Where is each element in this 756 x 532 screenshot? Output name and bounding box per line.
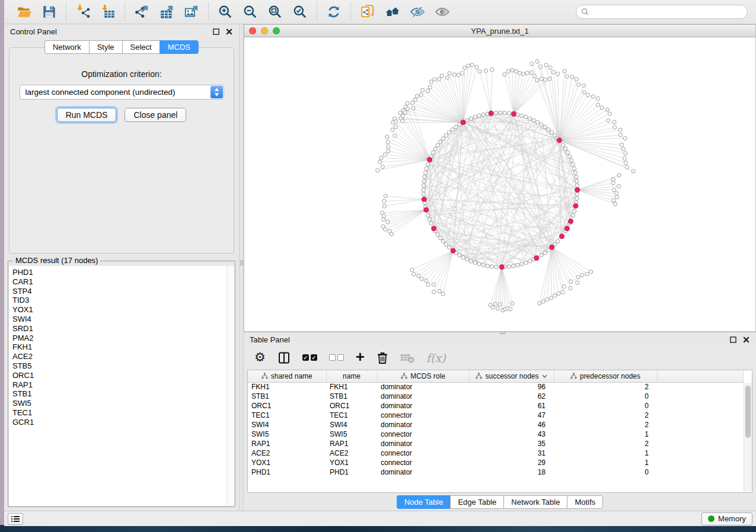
network-node[interactable]	[547, 128, 550, 132]
network-node[interactable]	[499, 303, 502, 306]
network-node[interactable]	[429, 222, 433, 225]
network-node[interactable]	[439, 236, 442, 240]
network-node[interactable]	[532, 74, 536, 78]
network-node[interactable]	[620, 143, 624, 146]
mcds-node[interactable]	[512, 111, 516, 116]
network-node[interactable]	[379, 156, 383, 159]
network-node[interactable]	[444, 243, 448, 246]
network-node[interactable]	[524, 261, 528, 264]
network-node[interactable]	[570, 159, 573, 162]
network-node[interactable]	[424, 278, 428, 282]
float-panel-icon[interactable]	[212, 28, 220, 36]
network-node[interactable]	[631, 169, 635, 173]
network-node[interactable]	[406, 101, 409, 105]
network-node[interactable]	[507, 265, 511, 268]
network-node[interactable]	[484, 69, 487, 72]
network-node[interactable]	[617, 184, 621, 188]
network-node[interactable]	[451, 128, 454, 132]
network-node[interactable]	[561, 290, 564, 294]
network-node[interactable]	[412, 107, 415, 110]
network-node[interactable]	[406, 107, 409, 111]
network-node[interactable]	[429, 80, 433, 84]
tab-style[interactable]: Style	[89, 40, 122, 54]
network-node[interactable]	[571, 213, 575, 217]
network-node[interactable]	[481, 263, 485, 267]
network-node[interactable]	[568, 155, 572, 158]
mcds-node[interactable]	[461, 120, 465, 125]
network-node[interactable]	[426, 283, 430, 286]
network-node[interactable]	[477, 114, 481, 117]
zoom-selected-icon[interactable]	[292, 4, 308, 20]
toggle-panel-columns-icon[interactable]	[277, 350, 291, 366]
mcds-node[interactable]	[534, 256, 539, 261]
table-scrollbar[interactable]	[744, 383, 752, 492]
network-node[interactable]	[490, 68, 494, 71]
network-node[interactable]	[573, 209, 576, 213]
network-node[interactable]	[400, 119, 404, 123]
network-node[interactable]	[556, 239, 560, 243]
network-node[interactable]	[376, 168, 379, 172]
mcds-node[interactable]	[424, 207, 429, 212]
network-node[interactable]	[403, 111, 407, 114]
network-node[interactable]	[386, 220, 390, 223]
tab-network-table[interactable]: Network Table	[503, 495, 567, 509]
network-node[interactable]	[481, 113, 485, 116]
network-node[interactable]	[436, 233, 439, 236]
network-node[interactable]	[577, 83, 580, 86]
network-node[interactable]	[433, 78, 436, 81]
close-panel-icon[interactable]	[225, 28, 233, 36]
network-node[interactable]	[412, 273, 416, 276]
network-node[interactable]	[520, 262, 524, 266]
network-node[interactable]	[539, 65, 543, 68]
network-node[interactable]	[384, 194, 387, 198]
network-node[interactable]	[441, 239, 445, 243]
network-node[interactable]	[608, 112, 611, 116]
table-row[interactable]: TEC1TEC1connector472	[248, 411, 744, 420]
network-node[interactable]	[551, 70, 555, 74]
mcds-result-item[interactable]: SWI5	[12, 399, 234, 408]
network-node[interactable]	[573, 171, 577, 174]
table-row[interactable]: STB1STB1dominator620	[248, 392, 744, 401]
network-node[interactable]	[543, 125, 547, 129]
network-node[interactable]	[410, 268, 414, 271]
network-node[interactable]	[470, 63, 474, 66]
network-node[interactable]	[495, 265, 498, 268]
network-node[interactable]	[613, 126, 617, 129]
network-window-titlebar[interactable]: YPA_prune.txt_1	[244, 24, 756, 37]
close-table-panel-icon[interactable]	[742, 336, 750, 344]
network-node[interactable]	[576, 275, 580, 279]
mcds-result-item[interactable]: STP4	[12, 287, 234, 296]
float-table-panel-icon[interactable]	[729, 336, 737, 344]
network-node[interactable]	[393, 134, 397, 137]
network-node[interactable]	[580, 274, 584, 277]
table-row[interactable]: ACE2ACE2connector311	[248, 448, 744, 458]
network-node[interactable]	[419, 93, 423, 97]
tab-select[interactable]: Select	[122, 40, 160, 54]
mcds-list-scrollbar[interactable]	[227, 266, 234, 506]
network-node[interactable]	[465, 258, 469, 261]
tab-edge-table[interactable]: Edge Table	[450, 495, 503, 509]
network-node[interactable]	[386, 140, 390, 143]
column-header-successor-nodes[interactable]: successor nodes	[469, 370, 554, 382]
network-node[interactable]	[454, 125, 458, 129]
mcds-result-item[interactable]: STB5	[12, 361, 234, 371]
network-node[interactable]	[605, 108, 609, 111]
network-node[interactable]	[469, 117, 473, 120]
network-node[interactable]	[562, 143, 565, 147]
network-node[interactable]	[490, 265, 493, 268]
network-node[interactable]	[532, 118, 535, 122]
network-node[interactable]	[530, 62, 534, 66]
network-node[interactable]	[394, 125, 398, 129]
network-node[interactable]	[621, 148, 625, 151]
column-header-name[interactable]: name	[326, 370, 377, 382]
network-node[interactable]	[625, 165, 629, 169]
network-node[interactable]	[382, 204, 386, 208]
network-node[interactable]	[428, 217, 431, 221]
network-node[interactable]	[553, 294, 557, 297]
zoom-out-icon[interactable]	[242, 4, 259, 20]
houses-icon[interactable]	[384, 4, 401, 20]
import-table-icon[interactable]	[100, 4, 116, 20]
network-node[interactable]	[440, 74, 444, 78]
network-node[interactable]	[613, 188, 616, 191]
network-node[interactable]	[617, 174, 621, 177]
